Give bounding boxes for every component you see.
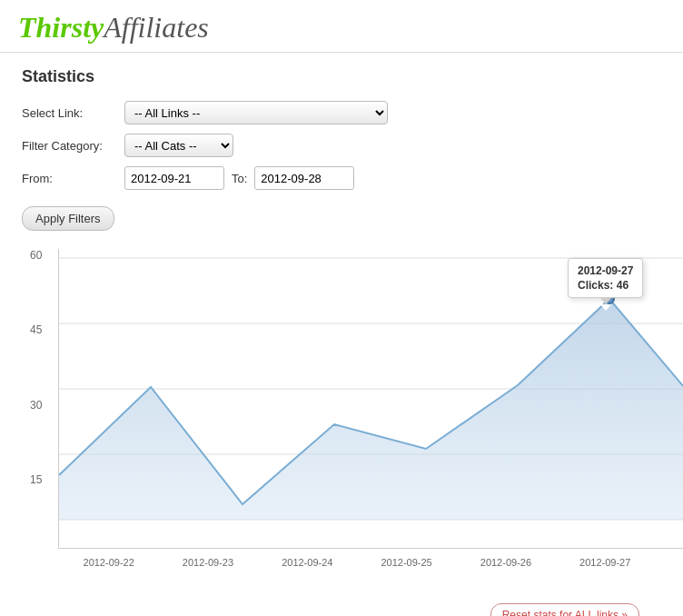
x-label-0924: 2012-09-24 (282, 557, 332, 568)
tooltip-clicks: Clicks: 46 (578, 279, 633, 292)
select-link-dropdown[interactable]: -- All Links -- (124, 101, 388, 124)
y-label-60: 60 (30, 249, 42, 262)
page-title: Statistics (22, 67, 661, 86)
chart-container: 60 45 30 15 (58, 249, 683, 549)
logo-affiliates: Affiliates (104, 11, 209, 44)
content: Statistics Select Link: -- All Links -- … (0, 53, 683, 616)
y-axis-labels: 60 45 30 15 (30, 249, 42, 548)
x-axis-labels: 2012-09-22 2012-09-23 2012-09-24 2012-09… (59, 557, 683, 568)
reset-button-row: Reset stats for ALL links » (22, 603, 661, 616)
from-label: From: (22, 172, 117, 185)
date-row: From: To: (22, 166, 661, 190)
tooltip: 2012-09-27 Clicks: 46 (568, 258, 643, 298)
select-link-row: Select Link: -- All Links -- (22, 101, 661, 124)
filter-category-label: Filter Category: (22, 139, 117, 153)
y-label-30: 30 (30, 399, 42, 412)
filter-category-dropdown[interactable]: -- All Cats -- (124, 134, 233, 157)
x-label-0927: 2012-09-27 (579, 557, 630, 568)
reset-stats-button[interactable]: Reset stats for ALL links » (490, 603, 639, 616)
x-label-0923: 2012-09-23 (183, 557, 233, 568)
x-label-0925: 2012-09-25 (381, 557, 431, 568)
x-label-0926: 2012-09-26 (480, 557, 531, 568)
logo: ThirstyAffiliates (18, 11, 665, 45)
chart-wrapper: 60 45 30 15 (58, 249, 661, 549)
header: ThirstyAffiliates (0, 0, 683, 53)
tooltip-arrow (599, 297, 612, 304)
logo-thirsty: Thirsty (18, 11, 104, 44)
x-label-0922: 2012-09-22 (84, 557, 134, 568)
tooltip-clicks-label: Clicks: (578, 279, 613, 292)
apply-filters-row: Apply Filters (22, 199, 661, 231)
svg-marker-5 (59, 299, 683, 520)
y-label-15: 15 (30, 473, 42, 486)
tooltip-clicks-value: 46 (617, 279, 629, 292)
to-label: To: (232, 172, 247, 185)
from-date-input[interactable] (124, 166, 224, 190)
y-label-45: 45 (30, 323, 42, 336)
tooltip-arrow-inner (600, 304, 611, 311)
to-date-input[interactable] (254, 166, 354, 190)
tooltip-date: 2012-09-27 (578, 264, 633, 277)
apply-filters-button[interactable]: Apply Filters (22, 206, 114, 231)
select-link-label: Select Link: (22, 106, 117, 120)
filter-category-row: Filter Category: -- All Cats -- (22, 134, 661, 157)
